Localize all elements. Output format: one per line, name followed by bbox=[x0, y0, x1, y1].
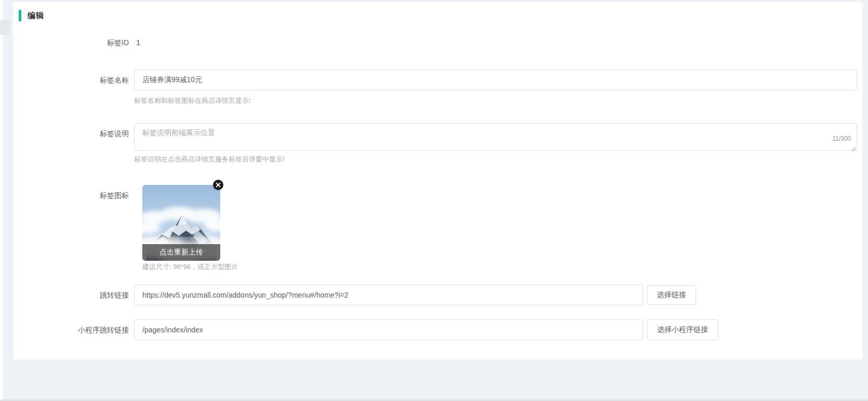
page-title: 编辑 bbox=[28, 11, 44, 21]
section-header: 编辑 bbox=[19, 9, 44, 22]
jump-link-label: 跳转链接 bbox=[13, 285, 129, 305]
edit-tag-page: 编辑 标签ID 1 标签名称 标签名称和标签图标在商品详情页显示! 标签说明 标… bbox=[0, 0, 868, 401]
tag-id-value: 1 bbox=[136, 35, 140, 50]
tag-name-input[interactable] bbox=[134, 70, 857, 90]
mini-link-input[interactable] bbox=[134, 319, 643, 340]
reupload-label: 点击重新上传 bbox=[159, 248, 203, 257]
tag-icon-help: 建议尺寸: 96*96，或正方型图片 bbox=[142, 263, 238, 271]
select-mini-link-button[interactable]: 选择小程序链接 bbox=[647, 319, 718, 340]
tag-desc-textarea[interactable]: 标签说明前端展示位置 bbox=[134, 123, 857, 151]
select-link-button[interactable]: 选择链接 bbox=[647, 285, 696, 305]
tag-desc-help: 标签说明在点击商品详情页服务标签后弹窗中显示! bbox=[134, 155, 285, 164]
remove-image-button[interactable] bbox=[213, 180, 223, 190]
tag-name-label: 标签名称 bbox=[13, 70, 129, 90]
edit-form-card: 编辑 标签ID 1 标签名称 标签名称和标签图标在商品详情页显示! 标签说明 标… bbox=[13, 2, 862, 359]
accent-bar bbox=[19, 10, 21, 21]
tag-id-label: 标签ID bbox=[13, 35, 129, 50]
tag-desc-label: 标签说明 bbox=[13, 123, 129, 144]
tag-desc-field: 标签说明前端展示位置 11/300 bbox=[134, 123, 857, 151]
tag-name-help: 标签名称和标签图标在商品详情页显示! bbox=[134, 97, 251, 105]
char-counter: 11/300 bbox=[830, 135, 851, 142]
resize-handle-icon[interactable] bbox=[850, 144, 856, 149]
tag-icon-uploader[interactable]: 点击重新上传 bbox=[142, 185, 220, 261]
collapsed-side-notch bbox=[0, 20, 10, 35]
mini-link-label: 小程序跳转链接 bbox=[13, 319, 129, 340]
close-icon bbox=[216, 182, 221, 188]
reupload-overlay[interactable]: 点击重新上传 bbox=[142, 244, 220, 261]
jump-link-input[interactable] bbox=[134, 285, 643, 305]
tag-icon-label: 标签图标 bbox=[13, 185, 129, 206]
left-white-strip bbox=[0, 0, 3, 401]
